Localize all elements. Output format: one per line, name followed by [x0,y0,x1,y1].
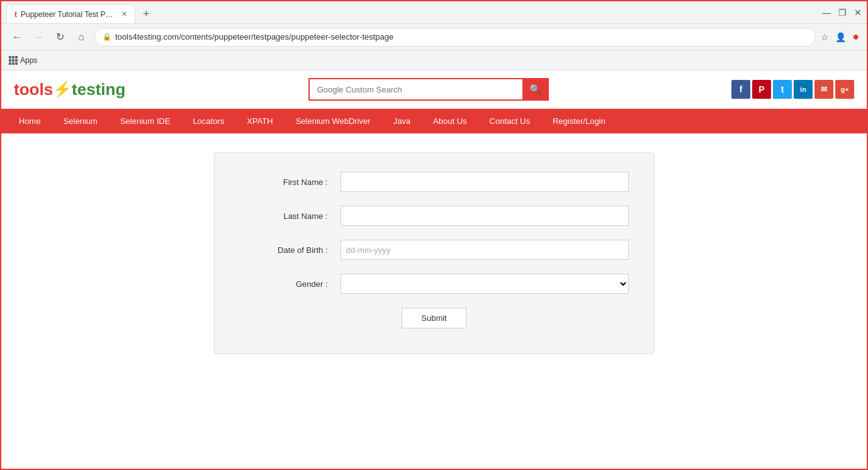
twitter-icon[interactable]: t [773,80,792,99]
logo: tools ⚡ testing [14,80,125,99]
first-name-row: First Name : [240,172,629,192]
page-content: tools ⚡ testing 🔍 f P t in ✉ g+ Home [1,70,867,469]
search-icon: 🔍 [529,84,541,95]
dob-input[interactable] [341,240,629,260]
first-name-label: First Name : [240,177,341,187]
logo-bolt: ⚡ [53,81,72,98]
reload-button[interactable]: ↻ [52,29,68,45]
googleplus-icon[interactable]: g+ [835,80,854,99]
nav-java[interactable]: Java [382,109,422,133]
nav-register[interactable]: Register/Login [541,109,617,133]
active-tab[interactable]: t Puppeteer Tutorial Test Page - to ✕ [6,4,135,23]
forward-button[interactable]: → [30,29,47,45]
nav-bar: Home Selenium Selenium IDE Locators XPAT… [1,109,867,133]
pinterest-icon[interactable]: P [752,80,771,99]
nav-home[interactable]: Home [8,109,52,133]
linkedin-icon[interactable]: in [794,80,813,99]
form-section: First Name : Last Name : Date of Birth :… [1,133,867,373]
back-button[interactable]: ← [9,29,25,45]
tab-favicon: t [14,10,17,19]
nav-webdriver[interactable]: Selenium WebDriver [285,109,382,133]
address-bar: ← → ↻ ⌂ 🔒 tools4testing.com/contents/pup… [1,24,867,50]
form-card: First Name : Last Name : Date of Birth :… [214,152,655,354]
gender-select[interactable]: Male Female Other [341,274,629,294]
nav-locators[interactable]: Locators [181,109,235,133]
lock-icon: 🔒 [103,33,111,41]
address-text: tools4testing.com/contents/puppeteer/tes… [115,32,808,42]
search-button[interactable]: 🔍 [522,78,549,101]
tab-close-button[interactable]: ✕ [121,10,127,18]
account-icon[interactable]: 👤 [835,32,846,42]
search-area: 🔍 [308,78,549,101]
nav-xpath[interactable]: XPATH [235,109,284,133]
last-name-row: Last Name : [240,206,629,226]
email-icon[interactable]: ✉ [814,80,833,99]
address-input-wrap[interactable]: 🔒 tools4testing.com/contents/puppeteer/t… [94,28,816,47]
home-button[interactable]: ⌂ [73,29,89,45]
social-icons: f P t in ✉ g+ [731,80,854,99]
gender-row: Gender : Male Female Other [240,274,629,294]
last-name-input[interactable] [341,206,629,226]
title-bar: t Puppeteer Tutorial Test Page - to ✕ + … [1,1,867,24]
first-name-input[interactable] [341,172,629,192]
gender-label: Gender : [240,279,341,289]
address-actions: ☆ 👤 ● [821,30,859,43]
logo-tools: tools [14,80,53,99]
window-controls: — ❐ ✕ [822,8,862,17]
apps-label[interactable]: Apps [9,56,37,65]
apps-grid-icon [9,56,18,65]
last-name-label: Last Name : [240,211,341,221]
minimize-button[interactable]: — [822,8,831,17]
facebook-icon[interactable]: f [731,80,750,99]
nav-about[interactable]: About Us [422,109,478,133]
submit-row: Submit [240,308,629,328]
tab-title: Puppeteer Tutorial Test Page - to [21,10,115,19]
site-header: tools ⚡ testing 🔍 f P t in ✉ g+ [1,70,867,109]
restore-button[interactable]: ❐ [838,8,847,17]
browser-window: t Puppeteer Tutorial Test Page - to ✕ + … [0,0,868,470]
tab-area: t Puppeteer Tutorial Test Page - to ✕ + [6,1,822,23]
new-tab-button[interactable]: + [138,5,155,23]
extension-icon[interactable]: ● [852,30,859,43]
submit-button[interactable]: Submit [402,308,466,328]
bookmarks-bar: Apps [1,50,867,70]
nav-selenium-ide[interactable]: Selenium IDE [109,109,181,133]
apps-text: Apps [20,56,37,65]
dob-row: Date of Birth : [240,240,629,260]
search-input[interactable] [308,78,522,101]
nav-contact[interactable]: Contact Us [478,109,541,133]
nav-selenium[interactable]: Selenium [52,109,109,133]
bookmark-icon[interactable]: ☆ [821,32,829,42]
close-button[interactable]: ✕ [854,8,862,17]
logo-testing: testing [72,80,125,99]
dob-label: Date of Birth : [240,245,341,255]
